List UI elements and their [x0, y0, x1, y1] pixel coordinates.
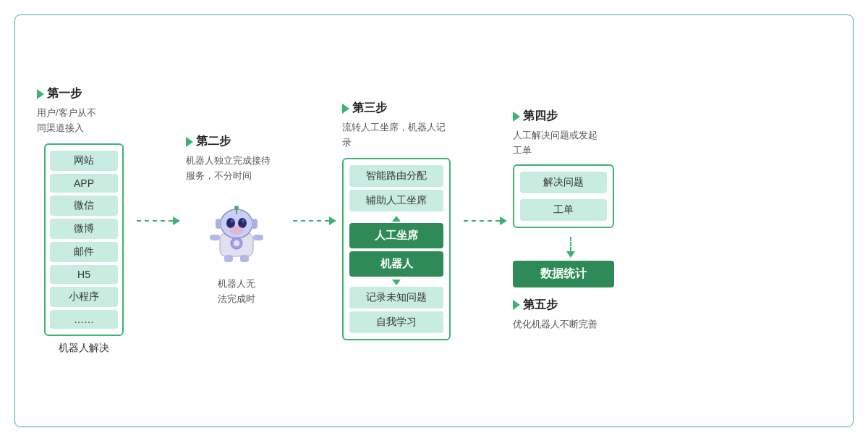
- arrow-head-3: [500, 217, 507, 225]
- step4-title: 第四步: [513, 109, 558, 124]
- step3-label: 第三步: [352, 101, 387, 116]
- step3-block: 第三步 流转人工坐席，机器人记录: [342, 101, 458, 151]
- arrow-head: [173, 217, 180, 225]
- dashed-line-3: [464, 220, 500, 222]
- flow-arrow-down: [349, 280, 443, 285]
- right-item-ticket: 工单: [520, 199, 607, 221]
- step4-arrow-icon: [513, 112, 520, 122]
- data-stats-item: 数据统计: [513, 261, 614, 287]
- step1-desc: 用户/客户从不同渠道接入: [37, 106, 96, 136]
- step1-label: 第一步: [47, 86, 82, 101]
- dashed-line: [137, 220, 173, 222]
- channel-item: ……: [50, 310, 118, 329]
- channel-item: APP: [50, 174, 118, 193]
- v-arrow-head-down: [566, 251, 575, 258]
- v-dashed-arrow: [566, 237, 575, 258]
- step5-block: 第五步 优化机器人不断完善: [513, 298, 629, 332]
- flow-item-assist: 辅助人工坐席: [349, 190, 443, 211]
- svg-rect-15: [224, 255, 233, 262]
- step3-title: 第三步: [342, 101, 387, 116]
- step5-arrow-icon: [513, 300, 520, 310]
- col2: 第二步 机器人独立完成接待服务，不分时间: [186, 134, 287, 306]
- step4-label: 第四步: [523, 109, 558, 124]
- svg-point-12: [234, 240, 239, 246]
- step2-title: 第二步: [186, 134, 231, 149]
- step4-block: 第四步 人工解决问题或发起工单: [513, 109, 629, 159]
- svg-rect-13: [210, 235, 220, 240]
- dashed-line-2: [293, 220, 329, 222]
- step1-title: 第一步: [37, 86, 82, 101]
- channel-item: 小程序: [50, 287, 118, 307]
- channel-item: H5: [50, 265, 118, 284]
- step4-desc: 人工解决问题或发起工单: [513, 128, 621, 159]
- dashed-arrow: [137, 217, 180, 225]
- col1: 第一步 用户/客户从不同渠道接入 网站 APP 微信 微博 邮件 H5 小程序 …: [37, 86, 131, 355]
- svg-point-7: [242, 219, 245, 223]
- channel-box: 网站 APP 微信 微博 邮件 H5 小程序 ……: [44, 143, 124, 336]
- svg-rect-2: [216, 219, 221, 229]
- arrow-head-2: [329, 217, 336, 225]
- svg-point-10: [234, 206, 239, 210]
- channel-item: 微博: [50, 219, 118, 239]
- flow-item-human: 人工坐席: [349, 223, 443, 248]
- diagram-container: 第一步 用户/客户从不同渠道接入 网站 APP 微信 微博 邮件 H5 小程序 …: [14, 14, 854, 427]
- flow-arrow-up: [349, 216, 443, 222]
- dashed-arrow-2: [293, 217, 336, 225]
- step1-arrow-icon: [37, 89, 44, 99]
- channel-label: 机器人解决: [59, 342, 109, 355]
- step2-label: 第二步: [196, 134, 231, 149]
- main-flow-box: 智能路由分配 辅助人工坐席 人工坐席 机器人 记录未知问题 自我学习: [342, 158, 451, 340]
- arrow-2-3: [287, 217, 342, 225]
- step5-desc: 优化机器人不断完善: [513, 317, 597, 332]
- channel-item: 微信: [50, 196, 118, 216]
- col4: 第四步 人工解决问题或发起工单 解决问题 工单 数据统计 第五步 优化机器人不断…: [513, 109, 629, 332]
- flow-item-routing: 智能路由分配: [349, 165, 443, 187]
- step3-arrow-icon: [342, 104, 349, 114]
- svg-point-8: [229, 226, 244, 235]
- robot-illustration: [204, 198, 269, 264]
- step5-title: 第五步: [513, 298, 558, 313]
- step2-block: 第二步 机器人独立完成接待服务，不分时间: [186, 134, 271, 184]
- svg-point-6: [231, 219, 234, 223]
- v-dashed-line: [570, 237, 571, 251]
- step2-arrow-icon: [186, 137, 193, 147]
- svg-rect-3: [252, 219, 258, 229]
- flow-item-learn: 自我学习: [349, 311, 443, 333]
- dashed-arrow-3: [464, 217, 507, 225]
- channel-item: 网站: [50, 151, 118, 171]
- svg-rect-16: [240, 255, 249, 262]
- svg-rect-14: [253, 235, 263, 240]
- col3: 第三步 流转人工坐席，机器人记录 智能路由分配 辅助人工坐席 人工坐席 机器人 …: [342, 101, 458, 340]
- step5-label: 第五步: [523, 298, 558, 313]
- right-item-resolve: 解决问题: [520, 172, 607, 193]
- step1-block: 第一步 用户/客户从不同渠道接入: [37, 86, 96, 136]
- step3-desc: 流转人工坐席，机器人记录: [342, 120, 451, 151]
- step2-desc: 机器人独立完成接待服务，不分时间: [186, 154, 271, 184]
- channel-item: 邮件: [50, 242, 118, 262]
- arrow-3-4: [458, 217, 513, 225]
- flow-item-record: 记录未知问题: [349, 287, 443, 308]
- flow-item-robot: 机器人: [349, 251, 443, 277]
- arrow-1-2: [131, 217, 186, 225]
- step2-sub-text: 机器人无法完成时: [218, 277, 255, 307]
- right-top-box: 解决问题 工单: [513, 164, 614, 228]
